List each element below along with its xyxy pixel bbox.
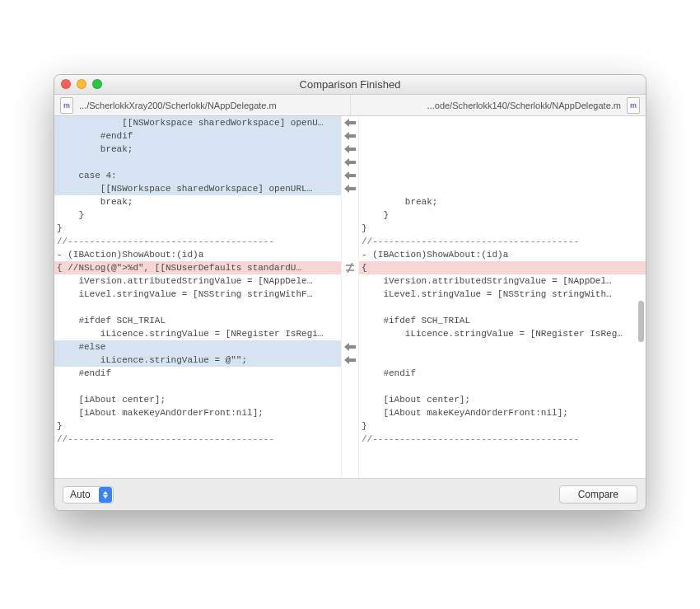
- merge-left-icon[interactable]: [342, 340, 358, 354]
- code-line: - (IBAction)ShowAbout:(id)a: [359, 248, 646, 261]
- code-line: [359, 301, 646, 314]
- svg-marker-7: [344, 356, 356, 364]
- code-line: //--------------------------------------: [359, 433, 646, 446]
- gutter-spacer: [342, 195, 358, 208]
- svg-marker-2: [344, 145, 356, 153]
- zoom-icon[interactable]: [92, 79, 102, 89]
- code-line: iLevel.stringValue = [NSString stringWit…: [54, 288, 341, 301]
- code-line: [iAbout center];: [359, 393, 646, 406]
- compare-button[interactable]: Compare: [559, 485, 637, 504]
- gutter-spacer: [342, 327, 358, 340]
- code-line: }: [359, 208, 646, 222]
- mode-select-label: Auto: [63, 489, 99, 500]
- diff-area: [[NSWorkspace sharedWorkspace] openU… #e…: [54, 116, 646, 479]
- code-line: [iAbout center];: [54, 393, 341, 406]
- code-line: }: [359, 222, 646, 235]
- code-line: #ifdef SCH_TRIAL: [359, 314, 646, 327]
- gutter-spacer: [342, 380, 358, 393]
- scrollbar-thumb[interactable]: [638, 301, 644, 342]
- code-line: { //NSLog(@">%d", [[NSUserDefaults stand…: [54, 261, 341, 274]
- code-line: [359, 156, 646, 169]
- mode-select[interactable]: Auto: [63, 486, 114, 504]
- merge-left-icon[interactable]: [342, 169, 358, 182]
- path-bar: m .../ScherlokkXray200/Scherlokk/NAppDel…: [54, 95, 646, 116]
- code-line: break;: [359, 195, 646, 208]
- code-line: case 4:: [54, 169, 341, 182]
- gutter-spacer: [342, 367, 358, 380]
- file-icon: m: [60, 97, 73, 114]
- code-line: [359, 143, 646, 156]
- gutter-spacer: [342, 433, 358, 446]
- code-line: [359, 182, 646, 195]
- code-line: [54, 156, 341, 169]
- code-line: [[NSWorkspace sharedWorkspace] openU…: [54, 116, 341, 129]
- gutter-spacer: [342, 222, 358, 235]
- code-line: #endif: [359, 367, 646, 380]
- code-line: [iAbout makeKeyAndOrderFront:nil];: [54, 406, 341, 419]
- svg-marker-4: [344, 171, 356, 180]
- code-line: break;: [54, 143, 341, 156]
- left-code-pane[interactable]: [[NSWorkspace sharedWorkspace] openU… #e…: [54, 116, 341, 478]
- gutter-spacer: [342, 208, 358, 222]
- code-line: break;: [54, 195, 341, 208]
- gutter-spacer: [342, 301, 358, 314]
- window: Comparison Finished m .../ScherlokkXray2…: [54, 74, 646, 511]
- code-line: }: [54, 222, 341, 235]
- code-line: [[NSWorkspace sharedWorkspace] openURL…: [54, 182, 341, 195]
- gutter-spacer: [342, 274, 358, 288]
- minimize-icon[interactable]: [77, 79, 86, 89]
- diff-gutter: [341, 116, 359, 478]
- gutter-spacer: [342, 419, 358, 433]
- gutter-spacer: [342, 288, 358, 301]
- merge-left-icon[interactable]: [342, 143, 358, 156]
- right-path-text: ...ode/Scherlokk140/Scherlokk/NAppDelega…: [427, 101, 621, 110]
- code-line: }: [359, 419, 646, 433]
- window-title: Comparison Finished: [300, 78, 401, 91]
- code-line: [359, 169, 646, 182]
- code-line: [359, 129, 646, 143]
- merge-left-icon[interactable]: [342, 354, 358, 367]
- right-code-pane[interactable]: break; }}//-----------------------------…: [359, 116, 646, 478]
- code-line: iLicence.stringValue = @"";: [54, 354, 341, 367]
- title-bar: Comparison Finished: [54, 75, 646, 95]
- close-icon[interactable]: [61, 79, 71, 89]
- right-file-path[interactable]: ...ode/Scherlokk140/Scherlokk/NAppDelega…: [351, 95, 646, 115]
- svg-marker-5: [344, 185, 356, 193]
- code-line: //--------------------------------------: [359, 235, 646, 248]
- code-line: #else: [54, 340, 341, 354]
- merge-left-icon[interactable]: [342, 116, 358, 129]
- code-line: iLicence.stringValue = [NRegister IsReg…: [359, 327, 646, 340]
- gutter-spacer: [342, 248, 358, 261]
- stepper-icon: [99, 487, 112, 503]
- gutter-spacer: [342, 314, 358, 327]
- code-line: [54, 380, 341, 393]
- footer-bar: Auto Compare: [54, 479, 646, 510]
- code-line: iVersion.attributedStringValue = [NAppDe…: [359, 274, 646, 288]
- code-line: #ifdef SCH_TRIAL: [54, 314, 341, 327]
- code-line: [359, 380, 646, 393]
- code-line: iLevel.stringValue = [NSString stringWit…: [359, 288, 646, 301]
- traffic-lights: [61, 79, 102, 89]
- code-line: [359, 354, 646, 367]
- svg-marker-6: [344, 343, 356, 351]
- code-line: [359, 116, 646, 129]
- merge-left-icon[interactable]: [342, 182, 358, 195]
- code-line: [359, 340, 646, 354]
- compare-button-label: Compare: [578, 489, 618, 500]
- code-line: }: [54, 419, 341, 433]
- merge-left-icon[interactable]: [342, 156, 358, 169]
- svg-marker-3: [344, 158, 356, 166]
- file-icon: m: [627, 97, 640, 114]
- code-line: iLicence.stringValue = [NRegister IsRegi…: [54, 327, 341, 340]
- code-line: [iAbout makeKeyAndOrderFront:nil];: [359, 406, 646, 419]
- svg-marker-0: [344, 119, 356, 127]
- code-line: }: [54, 208, 341, 222]
- merge-left-icon[interactable]: [342, 129, 358, 143]
- left-file-path[interactable]: m .../ScherlokkXray200/Scherlokk/NAppDel…: [54, 95, 351, 115]
- code-line: iVersion.attributedStringValue = [NAppDe…: [54, 274, 341, 288]
- code-line: //--------------------------------------: [54, 433, 341, 446]
- code-line: {: [359, 261, 646, 274]
- diff-changed-icon[interactable]: [342, 261, 358, 274]
- code-line: #endif: [54, 367, 341, 380]
- left-path-text: .../ScherlokkXray200/Scherlokk/NAppDeleg…: [79, 101, 277, 110]
